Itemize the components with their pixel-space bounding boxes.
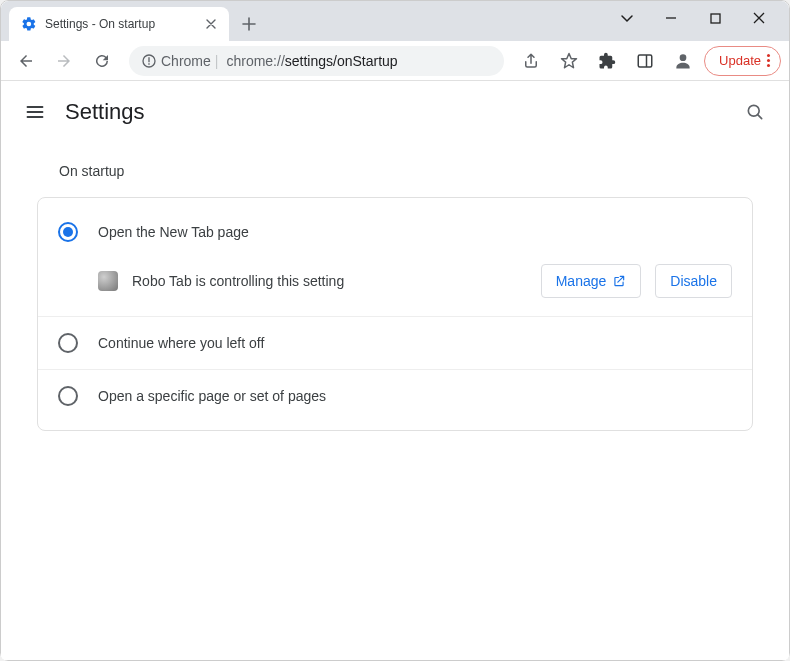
option-open-new-tab[interactable]: Open the New Tab page [38, 206, 752, 258]
extension-notice: Robo Tab is controlling this setting Man… [38, 258, 752, 317]
chevron-down-icon[interactable] [615, 6, 639, 30]
page-title: Settings [65, 99, 145, 125]
manage-label: Manage [556, 273, 607, 289]
gear-icon [21, 16, 37, 32]
close-icon[interactable] [203, 16, 219, 32]
titlebar: Settings - On startup [1, 1, 789, 41]
extension-message: Robo Tab is controlling this setting [132, 273, 344, 289]
new-tab-button[interactable] [235, 10, 263, 38]
page-content: Settings On startup Open the New Tab pag… [1, 81, 789, 660]
site-info-icon[interactable]: Chrome | [141, 53, 218, 69]
search-icon[interactable] [743, 100, 767, 124]
svg-rect-0 [711, 14, 720, 23]
manage-button[interactable]: Manage [541, 264, 642, 298]
section-title: On startup [59, 163, 753, 179]
separator: | [215, 53, 219, 69]
update-button[interactable]: Update [704, 46, 781, 76]
radio-selected-icon[interactable] [58, 222, 78, 242]
menu-icon[interactable] [23, 100, 47, 124]
browser-tab[interactable]: Settings - On startup [9, 7, 229, 41]
profile-icon[interactable] [666, 44, 700, 78]
settings-page: On startup Open the New Tab page Robo Ta… [1, 163, 789, 431]
disable-label: Disable [670, 273, 717, 289]
reload-button[interactable] [85, 44, 119, 78]
minimize-icon[interactable] [659, 6, 683, 30]
settings-appbar: Settings [1, 81, 789, 143]
maximize-icon[interactable] [703, 6, 727, 30]
url-text: chrome://settings/onStartup [226, 53, 397, 69]
option-continue[interactable]: Continue where you left off [38, 317, 752, 370]
extensions-icon[interactable] [590, 44, 624, 78]
side-panel-icon[interactable] [628, 44, 662, 78]
radio-icon[interactable] [58, 333, 78, 353]
address-bar[interactable]: Chrome | chrome://settings/onStartup [129, 46, 504, 76]
share-icon[interactable] [514, 44, 548, 78]
option-label: Open the New Tab page [98, 224, 249, 240]
window-close-icon[interactable] [747, 6, 771, 30]
window-controls [615, 1, 783, 41]
svg-line-6 [758, 115, 762, 119]
overflow-menu-icon [767, 54, 770, 67]
option-label: Continue where you left off [98, 335, 264, 351]
option-specific-pages[interactable]: Open a specific page or set of pages [38, 370, 752, 422]
tab-title: Settings - On startup [45, 17, 195, 31]
back-button[interactable] [9, 44, 43, 78]
option-label: Open a specific page or set of pages [98, 388, 326, 404]
site-label: Chrome [161, 53, 211, 69]
update-label: Update [719, 53, 761, 68]
startup-card: Open the New Tab page Robo Tab is contro… [37, 197, 753, 431]
browser-window: Settings - On startup [0, 0, 790, 661]
disable-button[interactable]: Disable [655, 264, 732, 298]
svg-point-4 [680, 54, 687, 61]
external-link-icon [612, 274, 626, 288]
browser-toolbar: Chrome | chrome://settings/onStartup Upd… [1, 41, 789, 81]
extension-icon [98, 271, 118, 291]
forward-button[interactable] [47, 44, 81, 78]
svg-rect-2 [638, 55, 652, 67]
bookmark-icon[interactable] [552, 44, 586, 78]
radio-icon[interactable] [58, 386, 78, 406]
